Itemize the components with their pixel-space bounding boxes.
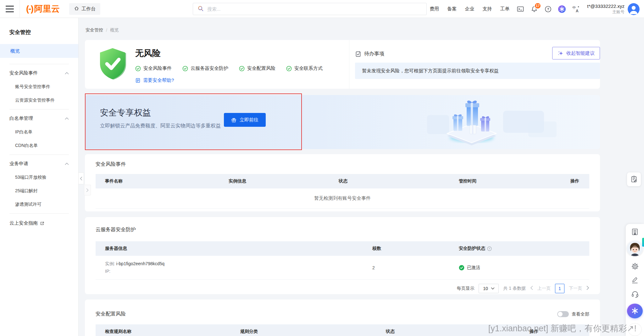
next-arrow-icon[interactable]: [586, 286, 589, 291]
config-risk-header: 安全配置风险 查看全部: [96, 311, 589, 317]
banner-title: 安全专享权益: [100, 107, 151, 118]
current-page-button[interactable]: 1: [555, 284, 564, 293]
check-label: 安全风险事件: [143, 65, 172, 71]
gift-icon: [231, 117, 236, 123]
ai-star-button[interactable]: [627, 304, 643, 318]
panel-expand-handle[interactable]: [84, 185, 91, 195]
document-icon: [135, 78, 141, 83]
ai-button-label: 收起智能建议: [566, 50, 595, 56]
next-page-button[interactable]: 下一页: [569, 286, 582, 291]
help-icon[interactable]: ?: [544, 5, 552, 13]
sidebar-item-resource-events[interactable]: 云资源安全管控事件: [15, 98, 78, 103]
svg-text:A: A: [576, 9, 579, 13]
home-icon: [74, 6, 79, 12]
sidebar-group-risk-events[interactable]: 安全风险事件: [9, 70, 69, 76]
account-email: t*@33332222.xyz: [587, 3, 625, 9]
ip-line: IP:: [105, 268, 372, 275]
server-protection-card: 云服务器安全防护 服务器信息 核数 安全防护状态 ? 实例: i-bp1figo…: [85, 217, 600, 294]
orders-list-icon[interactable]: [631, 228, 639, 236]
feedback-pencil-icon[interactable]: [631, 277, 639, 284]
alibaba-cloud-logo-icon: (-): [26, 4, 33, 14]
instance-id: i-bp1figo2eenh798kcd5q: [116, 261, 164, 266]
nav-tickets[interactable]: 工单: [496, 6, 514, 12]
workbench-label: 工作台: [81, 6, 96, 12]
survey-note-button[interactable]: [627, 172, 641, 186]
sidebar-item-overview[interactable]: 概览: [0, 44, 78, 58]
top-navbar: (-) 阿里云 工作台 费用 备案 企业 支持 工单 17 ?: [0, 0, 644, 18]
view-all-toggle[interactable]: [557, 311, 569, 317]
sidebar-item-port53[interactable]: 53端口开放校验: [15, 175, 78, 180]
quark-star-icon[interactable]: [558, 5, 566, 13]
side-tab-indicator[interactable]: [642, 238, 644, 247]
todo-message: 暂未发现安全风险，您可根据下方页面提示前往领取安全专享权益: [362, 68, 499, 74]
search-input[interactable]: [207, 6, 422, 12]
guide-label: 云上安全指南: [9, 220, 38, 226]
sidebar-collapse-handle[interactable]: [78, 172, 84, 184]
language-icon[interactable]: 中A: [572, 5, 580, 13]
sparkles-icon: [558, 50, 564, 56]
breadcrumb-root[interactable]: 安全管控: [86, 27, 103, 33]
notification-bell-icon[interactable]: 17: [530, 5, 538, 13]
risk-events-card: 安全风险事件 事件名称 实例信息 状态 管控时间 操作 暂无检测到有账号安全事件: [85, 154, 600, 211]
breadcrumb: 安全管控 / 概览: [86, 27, 600, 33]
breadcrumb-current: 概览: [110, 27, 119, 33]
sidebar-item-ip-whitelist[interactable]: IP白名单: [15, 129, 78, 135]
table-header-cell: 管控时间: [459, 178, 570, 184]
nav-billing[interactable]: 费用: [425, 6, 443, 12]
assistant-avatar[interactable]: [627, 241, 643, 256]
config-risk-title: 安全配置风险: [96, 311, 126, 317]
alibaba-cloud-logo[interactable]: (-) 阿里云: [26, 3, 60, 14]
nav-icp[interactable]: 备案: [443, 6, 461, 12]
cores-cell: 2: [372, 265, 459, 270]
sidebar: 安全管控 概览 安全风险事件 账号安全管控事件 云资源安全管控事件 白名单管理 …: [0, 18, 79, 336]
sidebar-divider: [9, 109, 69, 109]
go-now-label: 立即前往: [240, 117, 258, 123]
check-label: 安全配置风险: [247, 65, 275, 71]
todo-message-panel: 暂未发现安全风险，您可根据下方页面提示前往领取安全专享权益: [355, 63, 600, 79]
sidebar-item-pentest[interactable]: 渗透测试许可: [15, 202, 78, 207]
sidebar-item-port25[interactable]: 25端口解封: [15, 188, 78, 194]
sidebar-item-security-guide[interactable]: 云上安全指南: [9, 220, 78, 226]
server-info-cell: 实例: i-bp1figo2eenh798kcd5q IP:: [105, 260, 372, 275]
nav-enterprise[interactable]: 企业: [461, 6, 478, 12]
gear-icon[interactable]: [631, 262, 639, 270]
go-now-button[interactable]: 立即前往: [224, 113, 266, 127]
sidebar-item-cdn-whitelist[interactable]: CDN白名单: [15, 143, 78, 148]
headset-support-icon[interactable]: [631, 290, 639, 298]
todo-section: 待办事项 收起智能建议 暂未发现安全风险，您可根据下方页面提示前往领取安全专享权…: [349, 40, 600, 89]
chevron-up-icon: [65, 117, 69, 120]
account-info[interactable]: t*@33332222.xyz 主账号: [587, 3, 625, 14]
check-label: 安全联系方式: [294, 65, 323, 71]
chevron-up-icon: [65, 162, 69, 165]
check-circle-icon: [239, 66, 245, 71]
risk-events-table: 事件名称 实例信息 状态 管控时间 操作 暂无检测到有账号安全事件: [96, 174, 589, 209]
global-search[interactable]: [193, 3, 427, 15]
table-header-cell: 安全防护状态 ?: [459, 246, 580, 251]
menu-icon[interactable]: [0, 0, 19, 18]
table-header-cell: 状态: [339, 178, 459, 184]
workbench-tab[interactable]: 工作台: [69, 3, 100, 15]
prev-page-button[interactable]: 上一页: [537, 286, 551, 291]
gift-illustration: [425, 96, 560, 149]
check-circle-icon: [135, 66, 141, 71]
sidebar-group-business[interactable]: 业务申请: [9, 161, 69, 167]
user-avatar[interactable]: [628, 3, 640, 15]
sidebar-item-account-events[interactable]: 账号安全管控事件: [15, 84, 78, 90]
sidebar-group-label: 业务申请: [9, 161, 28, 167]
check-filled-icon: [459, 265, 464, 271]
sidebar-group-whitelist[interactable]: 白名单管理: [9, 115, 69, 121]
instance-label: 实例:: [105, 261, 115, 266]
collapse-ai-suggestions-button[interactable]: 收起智能建议: [552, 47, 600, 59]
terminal-icon[interactable]: [516, 5, 525, 13]
question-circle-icon[interactable]: ?: [487, 246, 492, 251]
per-page-select[interactable]: 10: [479, 284, 499, 293]
risk-status-block: 无风险 安全风险事件 云服务器安全防护 安全配置风险: [135, 48, 323, 83]
search-icon: [197, 5, 204, 13]
banner-subtitle: 立即解锁云产品免费额度、阿里云实物周边等多重权益: [100, 123, 221, 129]
todo-title: 待办事项: [364, 51, 384, 57]
prev-arrow-icon[interactable]: [530, 286, 533, 291]
help-link-label: 需要安全帮助?: [143, 77, 174, 83]
nav-support[interactable]: 支持: [478, 6, 496, 12]
todo-list-icon: [355, 51, 361, 57]
security-help-link[interactable]: 需要安全帮助?: [135, 77, 323, 83]
